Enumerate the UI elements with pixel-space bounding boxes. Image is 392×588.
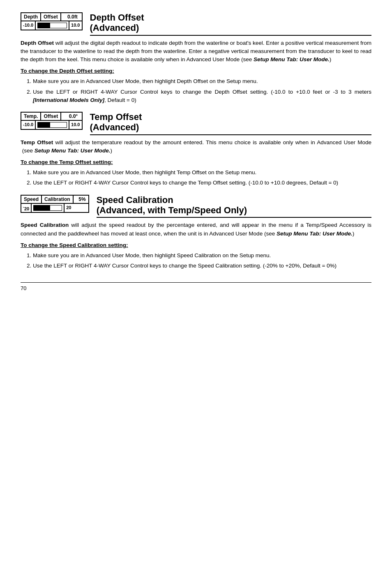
speed-calibration-step-2: Use the LEFT or RIGHT 4-WAY Cursor Contr…	[33, 262, 371, 270]
speed-value: 5%	[73, 196, 88, 203]
temp-offset-label: Offset	[40, 113, 60, 120]
speed-calibration-widget: Speed Calibration 5% -20 20	[21, 195, 89, 213]
temp-max-label: 10.0	[69, 121, 81, 129]
depth-label: Depth	[21, 13, 40, 21]
speed-calibration-label: Calibration	[41, 196, 73, 203]
depth-max-label: 10.0	[69, 21, 81, 30]
depth-offset-steps: Make sure you are in Advanced User Mode,…	[33, 77, 371, 104]
depth-offset-section: Depth Offset 0.0ft -10.0 10.0 Depth Offs…	[21, 12, 371, 104]
temp-offset-widget: Temp. Offset 0.0° -10.0 10.0	[21, 112, 83, 130]
temp-label: Temp.	[21, 113, 40, 120]
speed-calibration-section: Speed Calibration 5% -20 20 Speed Calibr…	[21, 195, 371, 270]
depth-offset-step-1: Make sure you are in Advanced User Mode,…	[33, 77, 371, 85]
depth-offset-subheading: To change the Depth Offset setting:	[21, 68, 371, 74]
depth-value: 0.0ft	[60, 13, 80, 21]
speed-min-label: -20	[21, 204, 31, 212]
speed-bar	[31, 204, 64, 212]
depth-offset-step-2: Use the LEFT or RIGHT 4-WAY Cursor Contr…	[33, 88, 371, 105]
speed-calibration-body: Speed Calibration will adjust the speed …	[21, 221, 371, 238]
temp-offset-title: Temp Offset (Advanced)	[90, 112, 372, 135]
page-number: 70	[21, 285, 26, 291]
speed-calibration-title: Speed Calibration (Advanced, with Temp/S…	[97, 195, 371, 218]
depth-offset-widget: Depth Offset 0.0ft -10.0 10.0	[21, 12, 83, 30]
speed-label: Speed	[21, 196, 41, 203]
speed-calibration-header: Speed Calibration 5% -20 20 Speed Calibr…	[21, 195, 371, 218]
temp-offset-steps: Make sure you are in Advanced User Mode,…	[33, 168, 371, 187]
temp-offset-step-2: Use the LEFT or RIGHT 4-WAY Cursor Contr…	[33, 179, 371, 187]
speed-calibration-subheading: To change the Speed Calibration setting:	[21, 242, 371, 248]
temp-offset-section: Temp. Offset 0.0° -10.0 10.0 Temp Offset…	[21, 112, 371, 187]
temp-min-label: -10.0	[21, 121, 35, 129]
temp-offset-header: Temp. Offset 0.0° -10.0 10.0 Temp Offset…	[21, 112, 371, 135]
depth-offset-title: Depth Offset (Advanced)	[90, 12, 372, 36]
temp-offset-step-1: Make sure you are in Advanced User Mode,…	[33, 168, 371, 177]
depth-min-label: -10.0	[21, 21, 35, 30]
temp-offset-subheading: To change the Temp Offset setting:	[21, 159, 371, 165]
speed-max-label: 20	[64, 204, 73, 212]
depth-offset-header: Depth Offset 0.0ft -10.0 10.0 Depth Offs…	[21, 12, 371, 36]
temp-bar	[35, 121, 69, 129]
page-footer: 70	[21, 282, 371, 291]
speed-calibration-step-1: Make sure you are in Advanced User Mode,…	[33, 251, 371, 260]
speed-calibration-steps: Make sure you are in Advanced User Mode,…	[33, 251, 371, 270]
offset-label: Offset	[40, 13, 60, 21]
temp-offset-body: Temp Offset will adjust the temperature …	[21, 138, 371, 155]
temp-value: 0.0°	[60, 113, 80, 120]
depth-offset-body: Depth Offset will adjust the digital dep…	[21, 39, 371, 64]
depth-bar	[35, 21, 69, 30]
